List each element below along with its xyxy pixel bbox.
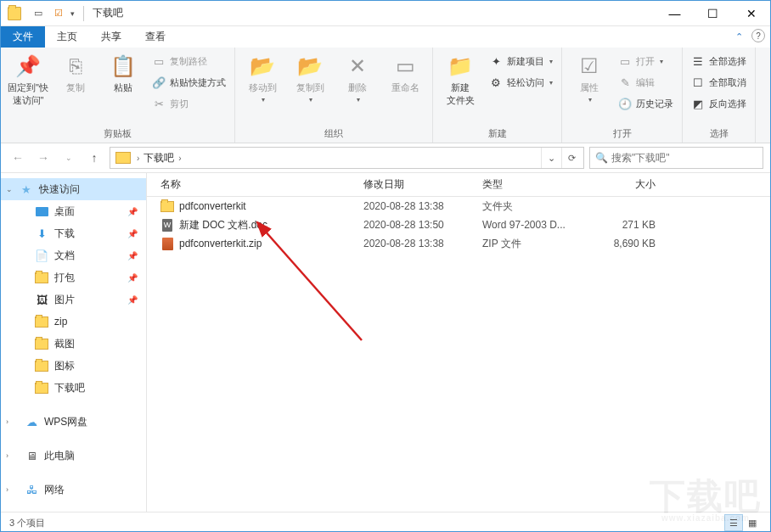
recent-dropdown[interactable]: ⌄ <box>59 148 79 168</box>
qat-properties-icon[interactable]: ▭ <box>31 6 46 21</box>
ribbon-group-select: ☰全部选择 ☐全部取消 ◩反向选择 选择 <box>683 48 756 143</box>
qat-check-icon[interactable]: ☑ <box>51 6 66 21</box>
new-folder-button[interactable]: 📁 新建 文件夹 <box>438 51 482 109</box>
copy-button[interactable]: ⎘ 复制 <box>53 51 98 96</box>
moveto-button[interactable]: 📂 移动到▾ <box>240 51 284 105</box>
help-icon[interactable]: ? <box>751 29 765 42</box>
sidebar-quick-access[interactable]: ⌄★快速访问 <box>1 178 146 200</box>
chevron-right-icon[interactable]: › <box>6 485 8 494</box>
file-row[interactable]: W 新建 DOC 文档.doc 2020-08-28 13:50 Word 97… <box>147 216 770 234</box>
col-date[interactable]: 修改日期 <box>363 177 482 192</box>
pin-icon: 📌 <box>127 251 138 260</box>
easy-access-button[interactable]: ⚙轻松访问▾ <box>486 72 556 92</box>
sidebar: ⌄★快速访问 桌面📌 ⬇下载📌 📄文档📌 打包📌 🖼图片📌 zip 截图 图标 … <box>1 173 147 512</box>
open-icon: ▭ <box>618 54 632 68</box>
paste-button[interactable]: 📋 粘贴 <box>101 51 145 96</box>
folder-icon <box>35 359 48 372</box>
close-button[interactable]: ✕ <box>732 1 770 25</box>
file-size: 8,690 KB <box>593 238 669 249</box>
sidebar-wps[interactable]: ›☁WPS网盘 <box>1 411 146 433</box>
chevron-right-icon[interactable]: › <box>6 451 8 460</box>
up-button[interactable]: ↑ <box>84 148 104 168</box>
select-none-button[interactable]: ☐全部取消 <box>688 72 750 92</box>
sidebar-dabao[interactable]: 打包📌 <box>1 266 146 288</box>
search-box[interactable]: 🔍 <box>589 147 763 169</box>
paste-icon: 📋 <box>110 53 137 80</box>
zip-icon <box>160 237 174 250</box>
ribbon: 📌 固定到"快 速访问" ⎘ 复制 📋 粘贴 ▭复制路径 🔗粘贴快捷方式 ✂剪切… <box>1 48 770 143</box>
group-label-open: 打开 <box>562 126 682 143</box>
open-button[interactable]: ▭打开▾ <box>615 51 677 71</box>
group-label-clipboard: 剪贴板 <box>1 126 234 143</box>
new-item-button[interactable]: ✦新建项目▾ <box>486 51 556 71</box>
file-date: 2020-08-28 13:50 <box>363 219 482 231</box>
path-icon: ▭ <box>152 54 166 68</box>
copyto-button[interactable]: 📂 复制到▾ <box>288 51 332 105</box>
sidebar-desktop[interactable]: 桌面📌 <box>1 200 146 222</box>
search-icon: 🔍 <box>595 152 607 164</box>
pictures-icon: 🖼 <box>35 293 48 306</box>
sidebar-zip[interactable]: zip <box>1 311 146 333</box>
sidebar-xiazaiba[interactable]: 下载吧 <box>1 377 146 399</box>
col-size[interactable]: 大小 <box>593 177 669 192</box>
sidebar-this-pc[interactable]: ›🖥此电脑 <box>1 445 146 467</box>
delete-button[interactable]: ✕ 删除▾ <box>335 51 380 105</box>
address-input[interactable]: › 下载吧 › ⌄ ⟳ <box>110 147 584 169</box>
content-pane: 名称 修改日期 类型 大小 pdfconverterkit 2020-08-28… <box>147 173 770 512</box>
minimize-button[interactable]: — <box>656 1 694 25</box>
document-icon: 📄 <box>35 249 48 262</box>
folder-icon <box>160 199 174 213</box>
sidebar-pictures[interactable]: 🖼图片📌 <box>1 288 146 311</box>
view-details-button[interactable]: ☰ <box>724 514 743 531</box>
sidebar-tubiao[interactable]: 图标 <box>1 355 146 377</box>
tab-home[interactable]: 主页 <box>45 26 89 48</box>
history-button[interactable]: 🕘历史记录 <box>615 93 677 114</box>
col-name[interactable]: 名称 <box>147 177 363 192</box>
refresh-icon[interactable]: ⟳ <box>561 148 582 168</box>
cut-button[interactable]: ✂剪切 <box>149 93 229 114</box>
selectall-icon: ☰ <box>691 54 705 68</box>
view-icons-button[interactable]: ▦ <box>743 514 762 531</box>
invert-icon: ◩ <box>691 97 705 110</box>
file-row[interactable]: pdfconverterkit 2020-08-28 13:38 文件夹 <box>147 197 770 216</box>
forward-button[interactable]: → <box>33 148 53 168</box>
item-count: 3 个项目 <box>9 517 45 529</box>
breadcrumb-item[interactable]: 下载吧 <box>142 151 176 165</box>
maximize-button[interactable]: ☐ <box>694 1 732 25</box>
cloud-icon: ☁ <box>25 415 38 428</box>
ribbon-collapse-icon[interactable]: ⌃ <box>731 29 746 44</box>
address-dropdown-icon[interactable]: ⌄ <box>541 148 561 168</box>
pin-quickaccess-button[interactable]: 📌 固定到"快 速访问" <box>6 51 50 109</box>
chevron-right-icon[interactable]: › <box>6 417 8 426</box>
search-input[interactable] <box>611 152 757 164</box>
crumb-sep-icon[interactable]: › <box>176 154 183 163</box>
back-button[interactable]: ← <box>8 148 28 168</box>
properties-button[interactable]: ☑ 属性▾ <box>567 51 611 105</box>
download-icon: ⬇ <box>35 227 48 240</box>
qat-dropdown-icon[interactable]: ▾ <box>70 9 75 18</box>
invert-selection-button[interactable]: ◩反向选择 <box>688 93 750 114</box>
sidebar-jietu[interactable]: 截图 <box>1 333 146 355</box>
tab-view[interactable]: 查看 <box>133 26 177 48</box>
cut-icon: ✂ <box>152 97 166 110</box>
sidebar-downloads[interactable]: ⬇下载📌 <box>1 222 146 244</box>
col-type[interactable]: 类型 <box>482 177 593 192</box>
file-date: 2020-08-28 13:38 <box>363 238 482 249</box>
rename-button[interactable]: ▭ 重命名 <box>383 51 427 96</box>
file-row[interactable]: pdfconverterkit.zip 2020-08-28 13:38 ZIP… <box>147 234 770 253</box>
crumb-sep-icon[interactable]: › <box>134 154 142 163</box>
chevron-down-icon[interactable]: ⌄ <box>6 185 13 193</box>
tab-share[interactable]: 共享 <box>89 26 133 48</box>
paste-shortcut-button[interactable]: 🔗粘贴快捷方式 <box>149 72 229 92</box>
sidebar-network[interactable]: ›🖧网络 <box>1 479 146 501</box>
copy-path-button[interactable]: ▭复制路径 <box>149 51 229 71</box>
edit-button[interactable]: ✎编辑 <box>615 72 677 92</box>
pin-icon: 📌 <box>127 229 138 238</box>
pc-icon: 🖥 <box>25 449 38 462</box>
tab-file[interactable]: 文件 <box>1 26 45 48</box>
ribbon-group-open: ☑ 属性▾ ▭打开▾ ✎编辑 🕘历史记录 打开 <box>562 48 683 143</box>
file-name: 新建 DOC 文档.doc <box>179 218 363 232</box>
sidebar-documents[interactable]: 📄文档📌 <box>1 244 146 266</box>
window-title: 下载吧 <box>93 6 123 20</box>
select-all-button[interactable]: ☰全部选择 <box>688 51 750 71</box>
